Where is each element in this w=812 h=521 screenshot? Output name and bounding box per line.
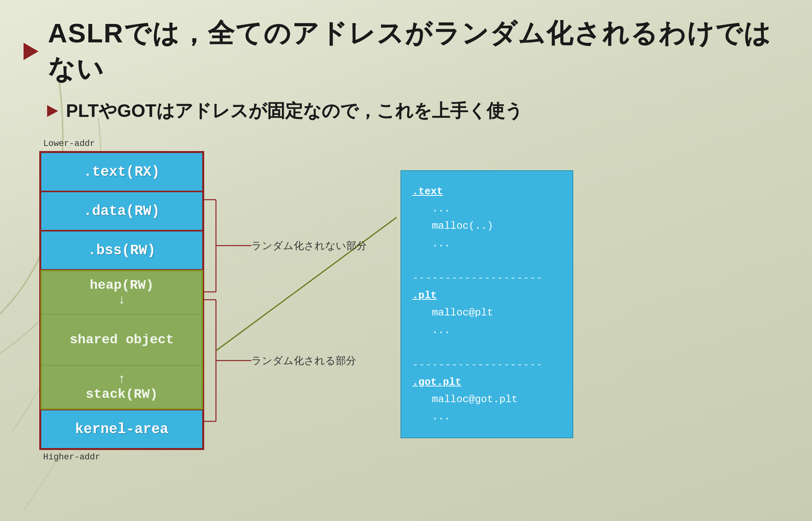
code-malloc-call: malloc(..) <box>412 217 561 235</box>
stack-block: ↑ stack(RW) <box>42 365 202 408</box>
code-text-label: .text <box>412 183 561 200</box>
green-section: heap(RW) ↓ shared object ↑ stack(RW) <box>40 270 203 410</box>
svg-line-8 <box>216 217 397 351</box>
heap-label: heap(RW) <box>90 278 154 293</box>
code-box: .text ... malloc(..) ... ---------------… <box>401 170 573 438</box>
code-dash-line2: -------------------- <box>412 356 561 373</box>
stack-arrow: ↑ <box>86 372 158 387</box>
slide-content: ASLRでは，全てのアドレスがランダム化されるわけではない PLTやGOTはアド… <box>0 0 812 508</box>
connector-svg <box>204 139 401 492</box>
not-randomized-label: ランダム化されない部分 <box>251 239 367 253</box>
header-bullet-icon <box>24 43 38 60</box>
stack-label: stack(RW) <box>86 387 158 402</box>
code-malloc-plt: malloc@plt <box>412 304 561 321</box>
code-ellipsis2: ... <box>412 235 561 252</box>
heap-arrow: ↓ <box>90 293 154 308</box>
middle-connector: ランダム化されない部分 ランダム化される部分 <box>204 139 401 492</box>
text-block: .text(RX) <box>40 152 203 191</box>
code-dash-line1: -------------------- <box>412 270 561 287</box>
data-block: .data(RW) <box>40 191 203 231</box>
code-malloc-got: malloc@got.plt <box>412 391 561 408</box>
code-plt-label: .plt <box>412 287 561 304</box>
sub-header-row: PLTやGOTはアドレスが固定なので，これを上手く使う <box>47 99 788 123</box>
lower-addr-label: Lower-addr <box>43 139 204 149</box>
code-ellipsis3: ... <box>412 322 561 339</box>
shared-object-block: shared object <box>42 314 202 365</box>
kernel-block: kernel-area <box>40 410 203 449</box>
code-ellipsis1: ... <box>412 200 561 217</box>
sub-header-title: PLTやGOTはアドレスが固定なので，これを上手く使う <box>66 99 523 123</box>
memory-layout: Lower-addr .text(RX) .data(RW) .bss(RW) … <box>39 139 204 462</box>
header-row: ASLRでは，全てのアドレスがランダム化されるわけではない <box>24 16 788 87</box>
code-got-label: .got.plt <box>412 373 561 391</box>
bss-block: .bss(RW) <box>40 231 203 270</box>
header-title: ASLRでは，全てのアドレスがランダム化されるわけではない <box>48 16 788 87</box>
memory-outer-border: .text(RX) .data(RW) .bss(RW) heap(RW) ↓ <box>39 151 204 450</box>
randomized-label: ランダム化される部分 <box>251 354 356 368</box>
heap-block: heap(RW) ↓ <box>42 271 202 314</box>
code-ellipsis4: ... <box>412 408 561 425</box>
diagram-area: Lower-addr .text(RX) .data(RW) .bss(RW) … <box>24 139 788 492</box>
higher-addr-label: Higher-addr <box>43 452 204 462</box>
sub-bullet-icon <box>47 105 58 117</box>
